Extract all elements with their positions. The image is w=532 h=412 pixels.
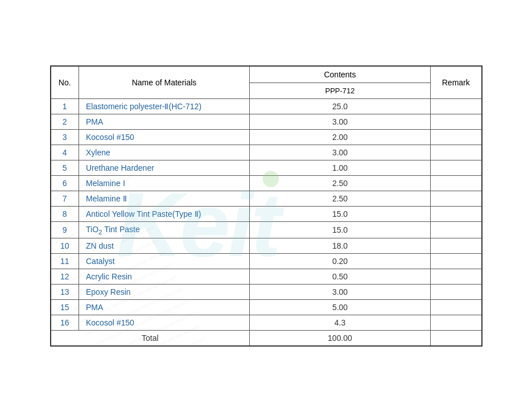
cell-no: 13 [51, 285, 79, 300]
cell-no: 9 [51, 221, 79, 238]
table-row: 3Kocosol #1502.00 [51, 129, 482, 145]
cell-no: 4 [51, 145, 79, 160]
table-row: 13Epoxy Resin3.00 [51, 285, 482, 300]
cell-value: 5.00 [250, 300, 431, 315]
table-row: 5Urethane Hardener1.00 [51, 160, 482, 175]
cell-remark [431, 175, 482, 191]
cell-name: Kocosol #150 [79, 129, 250, 145]
cell-name: Epoxy Resin [79, 285, 250, 300]
cell-remark [431, 300, 482, 315]
table-row: 6Melamine Ⅰ2.50 [51, 175, 482, 191]
cell-value: 15.0 [250, 206, 431, 221]
cell-remark [431, 114, 482, 129]
cell-name: PMA [79, 300, 250, 315]
table-row: 7Melamine Ⅱ2.50 [51, 191, 482, 206]
total-label: Total [51, 331, 250, 347]
cell-remark [431, 160, 482, 175]
cell-no: 3 [51, 129, 79, 145]
table-row: 12Acrylic Resin0.50 [51, 269, 482, 285]
cell-value: 0.20 [250, 254, 431, 269]
cell-value: 3.00 [250, 145, 431, 160]
cell-remark [431, 129, 482, 145]
header-contents: Contents [250, 66, 431, 83]
cell-remark [431, 191, 482, 206]
cell-name: ZN dust [79, 238, 250, 254]
cell-name: TiO2 Tint Paste [79, 221, 250, 238]
header-ppp: PPP-712 [250, 83, 431, 98]
cell-no: 5 [51, 160, 79, 175]
cell-no: 1 [51, 98, 79, 114]
cell-name: Acrylic Resin [79, 269, 250, 285]
cell-no: 10 [51, 238, 79, 254]
cell-no: 16 [51, 315, 79, 331]
materials-table: No. Name of Materials Contents Remark PP… [50, 65, 482, 347]
table-row: 10ZN dust18.0 [51, 238, 482, 254]
table-wrapper: KEIT KEIT KEIT KEIT KEIT KEIT KEIT KEIT … [50, 65, 482, 347]
cell-no: 2 [51, 114, 79, 129]
cell-name: Elastomeric polyester-Ⅱ(HC-712) [79, 98, 250, 114]
cell-value: 2.00 [250, 129, 431, 145]
cell-no: 15 [51, 300, 79, 315]
header-remark: Remark [431, 66, 482, 99]
cell-remark [431, 206, 482, 221]
cell-no: 7 [51, 191, 79, 206]
cell-remark [431, 238, 482, 254]
page-container: KEIT KEIT KEIT KEIT KEIT KEIT KEIT KEIT … [0, 0, 532, 412]
table-row: 1Elastomeric polyester-Ⅱ(HC-712)25.0 [51, 98, 482, 114]
table-row: 9TiO2 Tint Paste15.0 [51, 221, 482, 238]
cell-name: Anticol Yellow Tint Paste(Type Ⅱ) [79, 206, 250, 221]
cell-name: PMA [79, 114, 250, 129]
cell-name: Melamine Ⅰ [79, 175, 250, 191]
header-name: Name of Materials [79, 66, 250, 99]
cell-remark [431, 285, 482, 300]
cell-remark [431, 145, 482, 160]
table-row: 11Catalyst0.20 [51, 254, 482, 269]
cell-name: Xylene [79, 145, 250, 160]
cell-no: 11 [51, 254, 79, 269]
cell-value: 2.50 [250, 191, 431, 206]
cell-remark [431, 221, 482, 238]
cell-name: Melamine Ⅱ [79, 191, 250, 206]
cell-no: 6 [51, 175, 79, 191]
table-row: 8Anticol Yellow Tint Paste(Type Ⅱ)15.0 [51, 206, 482, 221]
header-no: No. [51, 66, 79, 99]
total-remark [431, 331, 482, 347]
cell-no: 8 [51, 206, 79, 221]
table-row: 15PMA5.00 [51, 300, 482, 315]
table-row: 2PMA3.00 [51, 114, 482, 129]
total-row: Total100.00 [51, 331, 482, 347]
cell-value: 3.00 [250, 114, 431, 129]
cell-value: 0.50 [250, 269, 431, 285]
cell-value: 3.00 [250, 285, 431, 300]
table-row: 16Kocosol #1504.3 [51, 315, 482, 331]
cell-value: 4.3 [250, 315, 431, 331]
table-row: 4Xylene3.00 [51, 145, 482, 160]
cell-value: 18.0 [250, 238, 431, 254]
cell-remark [431, 98, 482, 114]
cell-value: 25.0 [250, 98, 431, 114]
table-body: 1Elastomeric polyester-Ⅱ(HC-712)25.02PMA… [51, 98, 482, 346]
cell-name: Kocosol #150 [79, 315, 250, 331]
cell-remark [431, 269, 482, 285]
cell-name: Urethane Hardener [79, 160, 250, 175]
cell-no: 12 [51, 269, 79, 285]
cell-value: 15.0 [250, 221, 431, 238]
cell-value: 1.00 [250, 160, 431, 175]
cell-name: Catalyst [79, 254, 250, 269]
total-value: 100.00 [250, 331, 431, 347]
cell-remark [431, 254, 482, 269]
cell-value: 2.50 [250, 175, 431, 191]
cell-remark [431, 315, 482, 331]
